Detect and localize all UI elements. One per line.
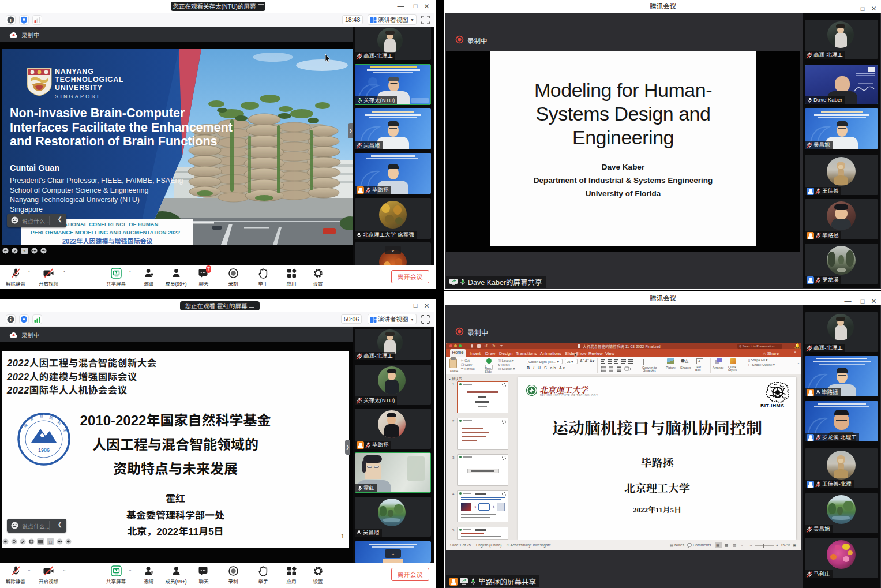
svg-text:i: i <box>10 17 12 23</box>
svg-text:«: « <box>24 249 26 253</box>
svg-text:i: i <box>10 317 12 323</box>
svg-text:□: □ <box>49 540 52 545</box>
